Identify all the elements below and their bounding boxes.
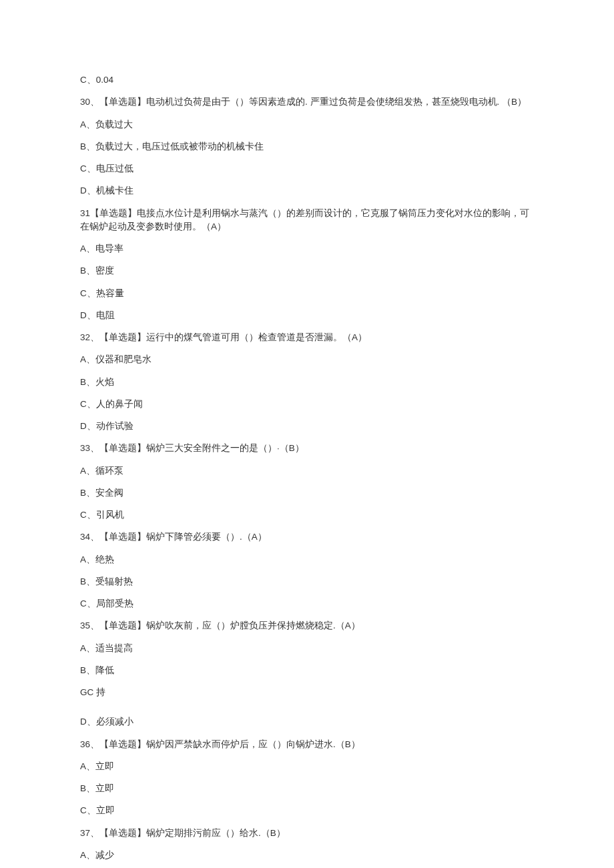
text-line: B、立即 [80, 782, 534, 795]
text-line: A、负载过大 [80, 118, 534, 131]
text-line: B、密度 [80, 264, 534, 278]
text-line: A、循环泵 [80, 464, 534, 478]
text-line: D、必须减小 [80, 715, 534, 729]
text-line: A、绝热 [80, 553, 534, 566]
text-line: C、局部受热 [80, 597, 534, 610]
text-line: C、0.04 [80, 73, 534, 87]
text-line: A、减少 [80, 849, 534, 862]
text-line: C、电压过低 [80, 162, 534, 175]
text-line: 33、【单选题】锅炉三大安全附件之一的是（）·（B） [80, 442, 534, 455]
text-line: 34、【单选题】锅炉下降管必须要（）.（A） [80, 530, 534, 544]
text-line: C、引风机 [80, 508, 534, 522]
text-line: C、立即 [80, 804, 534, 817]
text-line: B、火焰 [80, 376, 534, 389]
text-line: 31【单选题】电接点水位计是利用锅水与蒸汽（）的差别而设计的，它克服了锅筒压力变… [80, 207, 534, 234]
text-line: 37、【单选题】锅炉定期排污前应（）给水.（B） [80, 827, 534, 840]
text-line: B、负载过大，电压过低或被带动的机械卡住 [80, 140, 534, 153]
text-line: A、仪器和肥皂水 [80, 353, 534, 366]
text-line: 35、【单选题】锅炉吹灰前，应（）炉膛负压并保持燃烧稳定.（A） [80, 619, 534, 632]
text-line: A、适当提高 [80, 642, 534, 655]
text-line: A、立即 [80, 760, 534, 773]
text-line: C、热容量 [80, 287, 534, 300]
text-line: D、机械卡住 [80, 184, 534, 197]
text-line: D、电阻 [80, 309, 534, 322]
text-line: 36、【单选题】锅炉因严禁缺水而停炉后，应（）向锅炉进水.（B） [80, 738, 534, 751]
document-page: C、0.04 30、【单选题】电动机过负荷是由于（）等因素造成的. 严重过负荷是… [0, 0, 614, 868]
text-line: C、人的鼻子闻 [80, 398, 534, 411]
text-line: 32、【单选题】运行中的煤气管道可用（）检查管道是否泄漏。（A） [80, 331, 534, 344]
text-line: GC 持 [80, 686, 534, 699]
text-line: B、降低 [80, 664, 534, 677]
text-line: B、安全阀 [80, 486, 534, 500]
text-line: A、电导率 [80, 242, 534, 256]
text-line: B、受辐射热 [80, 575, 534, 588]
text-line: 30、【单选题】电动机过负荷是由于（）等因素造成的. 严重过负荷是会使绕组发热，… [80, 95, 534, 109]
text-line: D、动作试验 [80, 420, 534, 433]
